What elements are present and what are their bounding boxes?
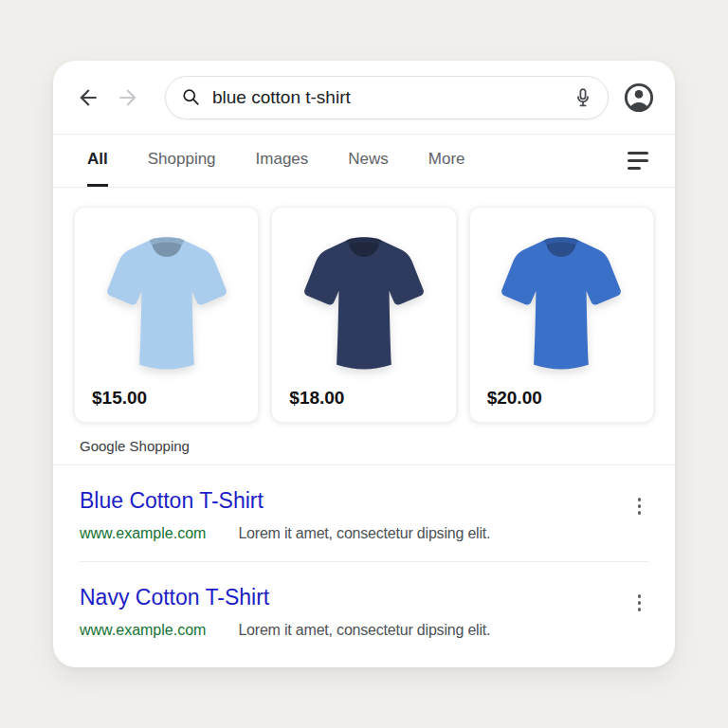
product-image-1 <box>75 208 258 388</box>
tshirt-image <box>487 223 635 378</box>
search-input[interactable]: blue cotton t-shirt <box>165 76 609 119</box>
filter-menu-button[interactable] <box>628 148 648 173</box>
tab-all[interactable]: All <box>87 135 108 187</box>
result-options-button[interactable] <box>634 494 646 519</box>
filter-icon <box>628 152 648 155</box>
tshirt-image <box>290 223 438 378</box>
search-result-1: Blue Cotton T-Shirt www.example.com Lore… <box>74 465 654 561</box>
back-arrow-icon <box>76 85 100 110</box>
forward-arrow-icon <box>116 85 140 110</box>
tshirt-image <box>93 223 241 378</box>
tab-news[interactable]: News <box>348 135 389 187</box>
tshirt-body <box>501 237 621 369</box>
search-icon <box>181 87 201 107</box>
vertical-ellipsis-icon <box>638 594 642 598</box>
tshirt-body <box>107 237 227 369</box>
search-query-text[interactable]: blue cotton t-shirt <box>212 87 572 108</box>
shopping-source-label: Google Shopping <box>80 438 654 454</box>
product-card-1[interactable]: $15.00 <box>74 207 259 423</box>
shopping-carousel: $15.00 $18.00 <box>74 207 654 423</box>
product-image-2 <box>272 208 455 388</box>
tab-more[interactable]: More <box>428 135 465 187</box>
search-result-2: Navy Cotton T-Shirt www.example.com Lore… <box>74 562 654 658</box>
account-button[interactable] <box>622 81 656 115</box>
result-meta: www.example.com Lorem it amet, consectet… <box>80 622 490 639</box>
search-tabs: All Shopping Images News More <box>53 135 675 188</box>
result-body: Blue Cotton T-Shirt www.example.com Lore… <box>80 486 490 542</box>
tshirt-body <box>304 237 424 369</box>
top-bar: blue cotton t-shirt <box>53 61 675 135</box>
product-card-3[interactable]: $20.00 <box>469 207 654 423</box>
product-price: $15.00 <box>75 388 258 422</box>
result-title-link[interactable]: Navy Cotton T-Shirt <box>80 583 490 611</box>
search-results-window: blue cotton t-shirt All Shopping Images … <box>53 61 675 667</box>
account-avatar-icon <box>622 81 656 115</box>
results-content: $15.00 $18.00 <box>53 188 675 658</box>
product-image-3 <box>470 208 653 388</box>
result-url: www.example.com <box>80 622 206 639</box>
forward-button[interactable] <box>116 85 140 110</box>
product-card-2[interactable]: $18.00 <box>271 207 456 423</box>
result-meta: www.example.com Lorem it amet, consectet… <box>80 525 490 542</box>
product-price: $18.00 <box>272 388 455 422</box>
product-price: $20.00 <box>470 388 653 422</box>
tab-images[interactable]: Images <box>256 135 309 187</box>
result-options-button[interactable] <box>634 591 646 615</box>
result-title-link[interactable]: Blue Cotton T-Shirt <box>80 486 490 515</box>
result-body: Navy Cotton T-Shirt www.example.com Lore… <box>80 583 490 639</box>
voice-search-button[interactable] <box>572 86 594 109</box>
result-url: www.example.com <box>80 525 206 542</box>
tab-shopping[interactable]: Shopping <box>148 135 216 187</box>
back-button[interactable] <box>76 85 100 110</box>
result-snippet: Lorem it amet, consectetur dipsing elit. <box>238 525 490 542</box>
vertical-ellipsis-icon <box>638 498 642 501</box>
microphone-icon <box>572 86 594 109</box>
result-snippet: Lorem it amet, consectetur dipsing elit. <box>238 622 490 639</box>
